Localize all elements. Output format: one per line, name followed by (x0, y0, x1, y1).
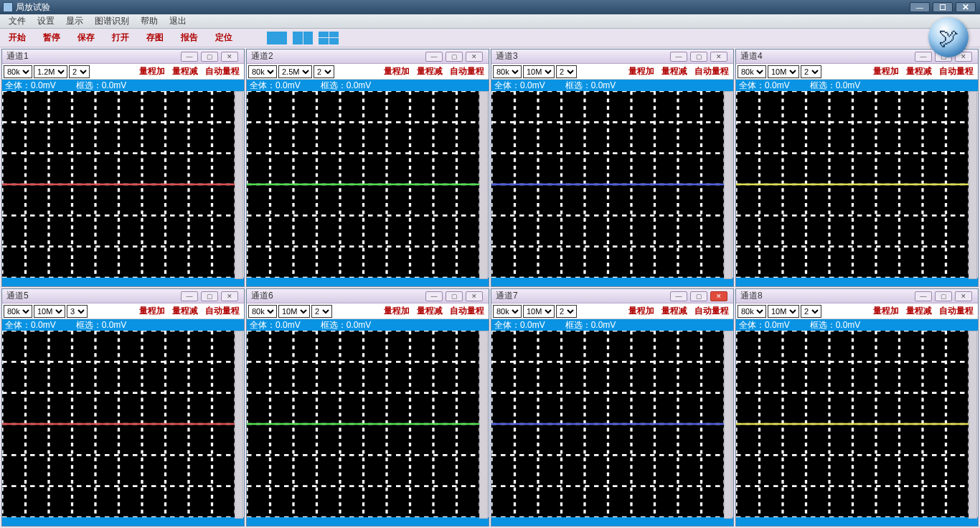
channel-maximize-button[interactable]: ▢ (690, 291, 707, 301)
channel-maximize-button[interactable]: ▢ (446, 52, 463, 62)
range-dec-button[interactable]: 量程减 (903, 305, 935, 317)
channel-maximize-button[interactable]: ▢ (935, 291, 952, 301)
channel-plot[interactable] (247, 91, 489, 278)
range-auto-button[interactable]: 自动量程 (447, 305, 487, 317)
channel-minimize-button[interactable]: — (425, 52, 443, 62)
menu-settings[interactable]: 设置 (32, 15, 60, 27)
channel-close-button[interactable]: ✕ (710, 291, 727, 301)
channel-plot[interactable] (247, 331, 489, 517)
channel-sel-1[interactable]: 80k (493, 65, 522, 78)
channel-sel-2[interactable]: 2.5M (278, 65, 312, 78)
channel-sel-1[interactable]: 80k (4, 305, 32, 318)
layout-4-button[interactable] (319, 32, 339, 44)
layout-1-button[interactable] (267, 32, 287, 44)
channel-maximize-button[interactable]: ▢ (690, 52, 707, 62)
channel-maximize-button[interactable]: ▢ (201, 291, 218, 301)
channel-close-button[interactable]: ✕ (221, 291, 238, 301)
main-maximize-button[interactable] (933, 2, 953, 12)
main-minimize-button[interactable]: — (910, 2, 930, 12)
range-inc-button[interactable]: 量程加 (136, 305, 168, 317)
range-inc-button[interactable]: 量程加 (870, 65, 902, 77)
channel-close-button[interactable]: ✕ (221, 52, 238, 62)
channel-sel-3[interactable]: 2 (801, 65, 821, 78)
tb-save[interactable]: 保存 (72, 30, 100, 45)
channel-sel-2[interactable]: 10M (523, 305, 555, 318)
range-inc-button[interactable]: 量程加 (381, 305, 413, 317)
range-auto-button[interactable]: 自动量程 (447, 65, 487, 77)
layout-2-button[interactable] (293, 32, 313, 44)
channel-sel-2[interactable]: 1.2M (34, 65, 67, 78)
range-inc-button[interactable]: 量程加 (381, 65, 413, 77)
channel-plot[interactable] (2, 91, 244, 278)
range-auto-button[interactable]: 自动量程 (202, 65, 242, 77)
channel-close-button[interactable]: ✕ (955, 291, 972, 301)
range-dec-button[interactable]: 量程减 (169, 65, 201, 77)
range-dec-button[interactable]: 量程减 (414, 65, 446, 77)
range-dec-button[interactable]: 量程减 (169, 305, 201, 317)
range-dec-button[interactable]: 量程减 (414, 305, 446, 317)
range-inc-button[interactable]: 量程加 (136, 65, 168, 77)
info-select: 框选：0.0mV (565, 80, 616, 92)
channel-minimize-button[interactable]: — (670, 52, 687, 62)
tb-start[interactable]: 开始 (3, 30, 32, 45)
channel-sel-2[interactable]: 10M (523, 65, 555, 78)
menu-exit[interactable]: 退出 (164, 15, 192, 27)
channel-minimize-button[interactable]: — (425, 291, 443, 301)
range-auto-button[interactable]: 自动量程 (936, 65, 976, 77)
range-inc-button[interactable]: 量程加 (870, 305, 902, 317)
channel-sel-1[interactable]: 80k (738, 65, 766, 78)
channel-maximize-button[interactable]: ▢ (201, 52, 218, 62)
channel-sel-2[interactable]: 10M (34, 305, 65, 318)
menu-help[interactable]: 帮助 (135, 15, 164, 27)
menu-display[interactable]: 显示 (60, 15, 89, 27)
channel-minimize-button[interactable]: — (181, 291, 198, 301)
channel-sel-3[interactable]: 2 (801, 305, 821, 318)
channel-plot[interactable] (491, 331, 733, 517)
channel-sel-3[interactable]: 2 (556, 305, 577, 318)
range-inc-button[interactable]: 量程加 (626, 305, 657, 317)
channel-sel-2[interactable]: 10M (768, 305, 799, 318)
channel-sel-1[interactable]: 80k (248, 65, 277, 78)
tb-saveimg[interactable]: 存图 (141, 30, 169, 45)
channel-info-bar: 全体：0.0mV 框选：0.0mV (2, 80, 244, 91)
channel-sel-1[interactable]: 80k (4, 65, 32, 78)
channel-control-bar: 80k 10M 2 量程加 量程减 自动量程 (736, 64, 978, 80)
channel-close-button[interactable]: ✕ (466, 291, 483, 301)
range-auto-button[interactable]: 自动量程 (692, 305, 732, 317)
channel-sel-3[interactable]: 2 (311, 305, 332, 318)
channel-sel-1[interactable]: 80k (738, 305, 766, 318)
range-auto-button[interactable]: 自动量程 (202, 305, 242, 317)
channel-sel-3[interactable]: 3 (67, 305, 88, 318)
channel-minimize-button[interactable]: — (670, 291, 687, 301)
range-dec-button[interactable]: 量程减 (659, 305, 690, 317)
channel-minimize-button[interactable]: — (915, 291, 932, 301)
channel-sel-1[interactable]: 80k (493, 305, 522, 318)
channel-sel-1[interactable]: 80k (248, 305, 277, 318)
channel-plot[interactable] (2, 331, 244, 517)
channel-sel-2[interactable]: 10M (278, 305, 310, 318)
channel-minimize-button[interactable]: — (915, 52, 932, 62)
tb-open[interactable]: 打开 (106, 30, 135, 45)
menu-file[interactable]: 文件 (3, 15, 32, 27)
channel-sel-3[interactable]: 2 (556, 65, 577, 78)
range-auto-button[interactable]: 自动量程 (692, 65, 732, 77)
channel-close-button[interactable]: ✕ (710, 52, 727, 62)
range-auto-button[interactable]: 自动量程 (936, 305, 976, 317)
range-inc-button[interactable]: 量程加 (626, 65, 657, 77)
channel-plot[interactable] (491, 91, 733, 278)
tb-locate[interactable]: 定位 (209, 30, 238, 45)
channel-close-button[interactable]: ✕ (466, 52, 483, 62)
channel-minimize-button[interactable]: — (181, 52, 198, 62)
channel-sel-2[interactable]: 10M (768, 65, 799, 78)
channel-maximize-button[interactable]: ▢ (446, 291, 463, 301)
channel-plot[interactable] (736, 331, 978, 517)
tb-pause[interactable]: 暂停 (37, 30, 66, 45)
menu-spectrum[interactable]: 图谱识别 (89, 15, 135, 27)
range-dec-button[interactable]: 量程减 (903, 65, 935, 77)
main-close-button[interactable]: ✕ (956, 2, 976, 12)
channel-sel-3[interactable]: 2 (69, 65, 90, 78)
tb-report[interactable]: 报告 (175, 30, 204, 45)
range-dec-button[interactable]: 量程减 (659, 65, 690, 77)
channel-plot[interactable] (736, 91, 978, 278)
channel-sel-3[interactable]: 2 (314, 65, 334, 78)
